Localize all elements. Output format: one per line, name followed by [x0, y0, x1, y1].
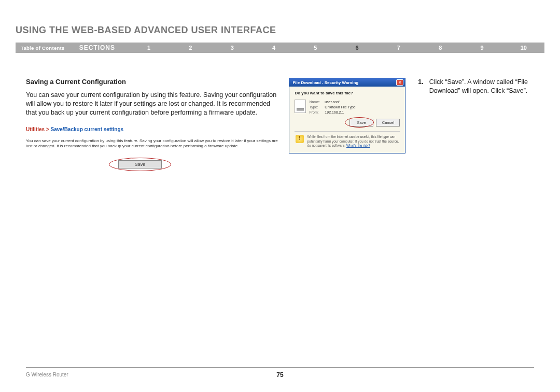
dialog-file-info: Name: user.conf Type: Unknown File Type … [295, 100, 400, 115]
nav-item-9[interactable]: 9 [461, 45, 502, 51]
nav-item-10[interactable]: 10 [503, 45, 544, 51]
nav-item-8[interactable]: 8 [419, 45, 461, 51]
nav-item-4[interactable]: 4 [253, 45, 295, 51]
file-icon [295, 100, 306, 113]
column-left: Saving a Current Configuration You can s… [26, 78, 278, 175]
save-button-wrap: Save [114, 159, 176, 175]
dialog-buttons: Save Cancel [295, 119, 400, 128]
file-name-label: Name: [309, 100, 324, 105]
dialog-cancel-button[interactable]: Cancel [376, 119, 400, 127]
nav-sections-label: SECTIONS [70, 44, 128, 51]
warning-icon [296, 135, 304, 143]
close-icon[interactable]: × [396, 79, 403, 86]
content-area: Saving a Current Configuration You can s… [26, 78, 534, 175]
file-name: user.conf [325, 100, 339, 104]
dialog-warning: While files from the Internet can be use… [295, 135, 400, 149]
column-right: 1. Click “Save”. A window called “File D… [418, 78, 534, 175]
footer-product: G Wireless Router [26, 372, 68, 377]
section-nav: Table of Contents SECTIONS 1 2 3 4 5 6 7… [16, 43, 544, 53]
nav-item-2[interactable]: 2 [170, 45, 211, 51]
file-type: Unknown File Type [325, 105, 355, 109]
nav-item-1[interactable]: 1 [128, 45, 170, 51]
dialog-prompt: Do you want to save this file? [295, 91, 400, 95]
file-from: 192.168.2.1 [325, 110, 344, 114]
page-title: USING THE WEB-BASED ADVANCED USER INTERF… [16, 25, 276, 36]
file-type-label: Type: [309, 105, 324, 110]
save-button[interactable]: Save [118, 160, 162, 169]
nav-item-3[interactable]: 3 [212, 45, 253, 51]
file-info-text: Name: user.conf Type: Unknown File Type … [309, 100, 355, 115]
warning-text: While files from the Internet can be use… [307, 135, 399, 147]
nav-item-5[interactable]: 5 [295, 45, 336, 51]
section-small-text: You can save your current configuration … [26, 138, 278, 149]
warning-link[interactable]: What's the risk? [346, 144, 370, 147]
section-subtitle: Saving a Current Configuration [26, 78, 278, 86]
file-download-dialog: File Download - Security Warning × Do yo… [289, 78, 405, 153]
breadcrumb-root: Utilities > [26, 127, 51, 132]
dialog-body: Do you want to save this file? Name: use… [289, 87, 405, 153]
step-list: 1. Click “Save”. A window called “File D… [418, 78, 534, 95]
breadcrumb: Utilities > Save/Backup current settings [26, 127, 278, 132]
step-1-text: Click “Save”. A window called “File Down… [429, 78, 533, 95]
file-from-label: From: [309, 110, 324, 115]
breadcrumb-leaf: Save/Backup current settings [51, 127, 124, 132]
nav-toc[interactable]: Table of Contents [16, 45, 70, 51]
step-1-number: 1. [418, 78, 427, 87]
footer: G Wireless Router 75 [26, 367, 534, 377]
nav-item-6[interactable]: 6 [336, 45, 377, 51]
dialog-title: File Download - Security Warning [291, 80, 358, 85]
divider [295, 131, 400, 132]
nav-item-7[interactable]: 7 [378, 45, 419, 51]
footer-spacer [533, 372, 534, 377]
page-number: 75 [276, 371, 283, 379]
dialog-titlebar: File Download - Security Warning × [289, 78, 405, 87]
section-intro: You can save your current configuration … [26, 91, 278, 117]
column-middle: File Download - Security Warning × Do yo… [289, 78, 408, 175]
